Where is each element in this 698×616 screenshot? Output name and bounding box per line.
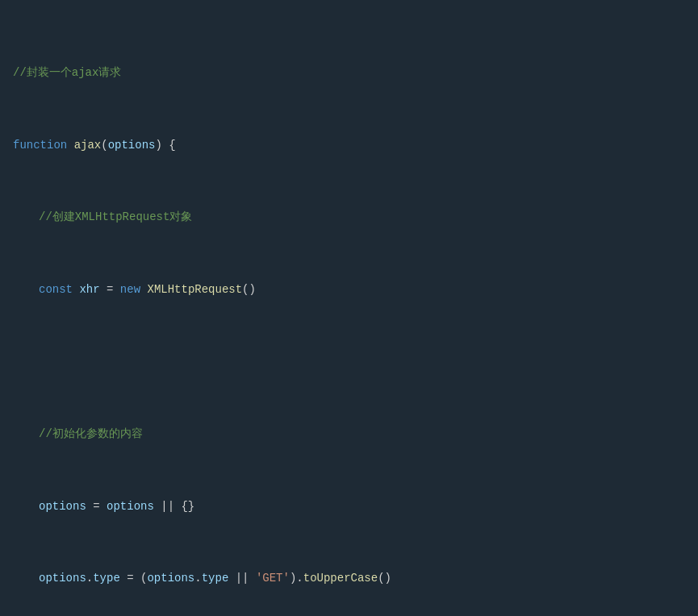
keyword-function: function — [13, 139, 67, 152]
line-7: options = options || {} — [13, 497, 685, 515]
param-options: options — [108, 139, 156, 152]
comment-1: //封装一个ajax请求 — [13, 66, 121, 79]
line-1: //封装一个ajax请求 — [13, 64, 685, 81]
line-5 — [13, 352, 685, 370]
code-editor: //封装一个ajax请求 function ajax(options) { //… — [13, 10, 685, 616]
line-8: options.type = (options.type || 'GET').t… — [13, 569, 685, 587]
comment-3: //初始化参数的内容 — [39, 427, 143, 440]
line-4: const xhr = new XMLHttpRequest() — [13, 281, 685, 298]
keyword-const-1: const — [39, 283, 73, 296]
line-2: function ajax(options) { — [13, 136, 685, 154]
line-3: //创建XMLHttpRequest对象 — [13, 208, 685, 226]
func-ajax: ajax — [74, 139, 102, 152]
line-6: //初始化参数的内容 — [13, 425, 685, 443]
comment-2: //创建XMLHttpRequest对象 — [39, 210, 192, 223]
